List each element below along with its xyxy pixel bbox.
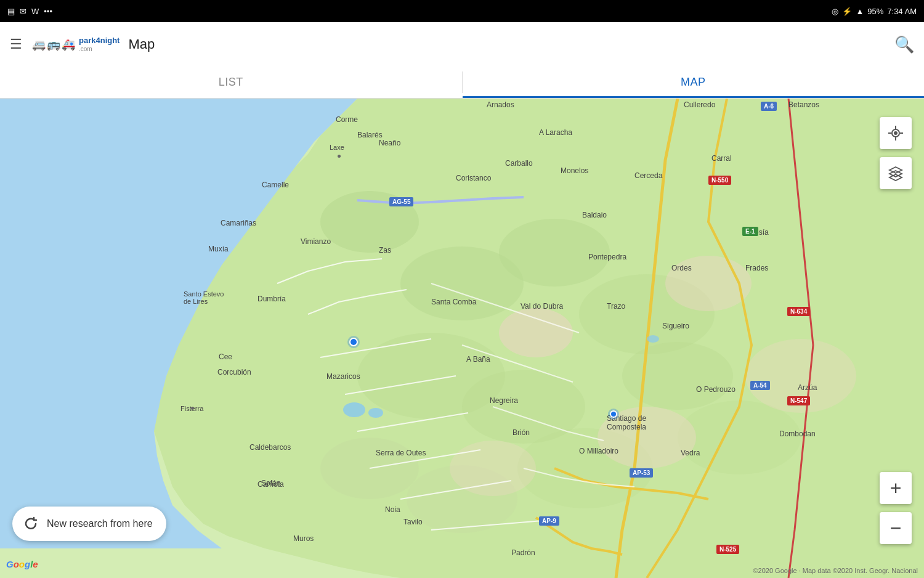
writer-icon: W	[31, 7, 39, 16]
tab-list[interactable]: LIST	[0, 67, 462, 98]
truck-icon-3: 🚑	[62, 38, 75, 51]
svg-point-20	[343, 402, 365, 417]
status-bar-left: ▤ ✉ W •••	[7, 7, 52, 16]
location-button[interactable]	[880, 117, 912, 149]
layers-button[interactable]	[880, 157, 912, 189]
location-status-icon: ◎	[832, 7, 838, 16]
svg-point-15	[499, 308, 573, 357]
map-container[interactable]: Corme Balarés Neaño Arnados A Laracha Cu…	[0, 99, 924, 578]
svg-point-18	[745, 339, 856, 413]
layers-icon	[887, 165, 904, 182]
tab-map[interactable]: MAP	[463, 67, 925, 98]
truck-icon-1: 🚐	[32, 38, 46, 51]
status-bar: ▤ ✉ W ••• ◎ ⚡ ▲ 95% 7:34 AM	[0, 0, 924, 22]
vehicle-icons: 🚐 🚌 🚑	[32, 38, 75, 51]
zoom-in-button[interactable]: +	[880, 472, 912, 504]
battery-percent: 95%	[867, 7, 883, 16]
zoom-out-button[interactable]: −	[880, 512, 912, 544]
app-bar: ☰ 🚐 🚌 🚑 park4night .com Map 🔍	[0, 22, 924, 67]
app-logo: 🚐 🚌 🚑 park4night .com	[32, 36, 120, 52]
app-title: Map	[128, 36, 894, 52]
new-research-button[interactable]: New research from here	[12, 507, 166, 541]
time-display: 7:34 AM	[887, 7, 917, 16]
google-logo: Google	[6, 559, 38, 569]
location-icon	[887, 124, 904, 142]
copyright-text: ©2020 Google · Map data ©2020 Inst. Geog…	[753, 567, 918, 574]
refresh-icon	[22, 515, 39, 532]
svg-point-17	[598, 407, 696, 468]
status-bar-right: ◎ ⚡ ▲ 95% 7:34 AM	[832, 7, 917, 16]
logo-sub: .com	[79, 46, 120, 52]
wifi-icon: ▲	[856, 7, 864, 16]
svg-point-28	[894, 131, 898, 135]
more-icon: •••	[44, 7, 52, 16]
svg-point-22	[647, 335, 659, 343]
bluetooth-icon: ⚡	[842, 7, 852, 16]
menu-icon[interactable]: ☰	[10, 36, 22, 52]
tabs: LIST MAP	[0, 67, 924, 99]
logo-text: park4night	[79, 36, 120, 45]
search-icon[interactable]: 🔍	[894, 35, 914, 54]
svg-point-10	[622, 342, 733, 410]
svg-point-6	[499, 219, 610, 287]
svg-point-21	[368, 408, 383, 418]
email-icon: ✉	[20, 7, 26, 16]
truck-icon-2: 🚌	[47, 38, 60, 51]
new-research-label: New research from here	[47, 518, 153, 529]
svg-point-19	[450, 441, 536, 496]
notifications-icon: ▤	[7, 7, 15, 16]
